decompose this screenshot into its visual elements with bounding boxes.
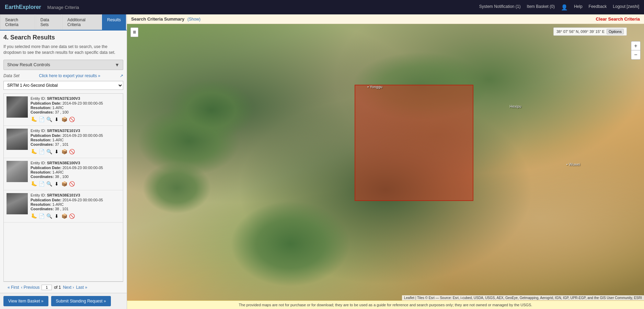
result-actions: 🦶📄🔍⬇📦🚫 — [31, 180, 120, 187]
map-zoom-controls: + − — [631, 41, 641, 60]
dataset-select[interactable]: SRTM 1 Arc-Second Global — [3, 81, 123, 90]
nav-links: System Notification (1) Item Basket (0) … — [479, 4, 639, 11]
exclude-icon[interactable]: 🚫 — [68, 180, 75, 187]
download-icon[interactable]: ⬇ — [53, 148, 60, 155]
order-icon[interactable]: 📦 — [61, 213, 68, 219]
pub-date-field: Publication Date: 2014-09-23 00:00:00-05 — [31, 198, 120, 202]
order-icon[interactable]: 📦 — [61, 180, 68, 187]
tab-additional-criteria[interactable]: Additional Criteria — [62, 14, 101, 30]
compare-icon[interactable]: 🔍 — [46, 116, 53, 123]
entity-id-field: Entity ID: SRTM1N37E101V3 — [31, 129, 120, 133]
coordinates-field: Coordinates: 38 , 101 — [31, 207, 120, 211]
metadata-icon[interactable]: 📄 — [38, 148, 45, 155]
dataset-row: Data Set Click here to export your resul… — [3, 73, 123, 78]
app-brand: EarthExplorer — [5, 4, 41, 10]
tab-search-criteria[interactable]: Search Criteria — [0, 14, 35, 30]
system-notification-link[interactable]: System Notification (1) — [479, 4, 521, 11]
tab-data-sets[interactable]: Data Sets — [35, 14, 62, 30]
result-info: Entity ID: SRTM1N38E100V3 Publication Da… — [31, 161, 120, 187]
bottom-buttons: View Item Basket » Submit Standing Reque… — [0, 293, 127, 309]
pagination-previous[interactable]: ‹ Previous — [21, 285, 39, 290]
footprint-icon[interactable]: 🦶 — [31, 180, 37, 187]
manage-criteria-link[interactable]: Manage Criteria — [47, 5, 79, 10]
result-thumbnail — [7, 161, 28, 182]
logout-link[interactable]: Logout [zwshi] — [613, 4, 639, 11]
layers-icon: ≡ — [133, 29, 136, 35]
criteria-bar: Search Criteria Summary (Show) Clear Sea… — [127, 14, 644, 24]
compare-icon[interactable]: 🔍 — [46, 180, 53, 187]
metadata-icon[interactable]: 📄 — [38, 180, 45, 187]
top-navigation: EarthExplorer Manage Criteria System Not… — [0, 0, 644, 14]
export-results-link[interactable]: Click here to export your results » — [39, 73, 100, 78]
feedback-link[interactable]: Feedback — [589, 4, 607, 11]
pagination-of-label: of 1 — [54, 285, 61, 290]
exclude-icon[interactable]: 🚫 — [68, 148, 75, 155]
map-terrain-green-4 — [230, 201, 350, 287]
coordinates-display: 38° 07' 56" N, 099° 39' 15" E Options — [553, 27, 627, 36]
criteria-show-link[interactable]: (Show) — [187, 17, 200, 22]
download-icon[interactable]: ⬇ — [53, 116, 60, 123]
tabs-bar: Search Criteria Data Sets Additional Cri… — [0, 14, 127, 31]
panel-heading: 4. Search Results — [3, 34, 123, 41]
zoom-in-button[interactable]: + — [631, 41, 640, 50]
layers-button[interactable]: ≡ — [130, 27, 138, 37]
map-container[interactable]: • Yonggu Hexipu • Wuwei ≡ 38° 07' 56" N,… — [127, 24, 644, 300]
download-icon[interactable]: ⬇ — [53, 180, 60, 187]
order-icon[interactable]: 📦 — [61, 148, 68, 155]
resolution-field: Resolution: 1-ARC — [31, 138, 120, 142]
pagination-first[interactable]: « First — [8, 285, 19, 290]
result-controls-label: Show Result Controls — [7, 62, 50, 67]
metadata-icon[interactable]: 📄 — [38, 116, 45, 123]
criteria-bar-left: Search Criteria Summary (Show) — [131, 16, 200, 22]
item-basket-link[interactable]: Item Basket (0) — [527, 4, 555, 11]
user-icon: 👤 — [561, 4, 568, 11]
map-attribution: Leaflet | Tiles © Esri — Source: Esri, i… — [402, 295, 644, 300]
download-icon[interactable]: ⬇ — [53, 213, 60, 219]
map-terrain-green-3 — [142, 162, 211, 214]
result-thumbnail — [7, 193, 28, 214]
panel-description: If you selected more than one data set t… — [3, 44, 123, 56]
result-item: Entity ID: SRTM1N37E101V3 Publication Da… — [4, 126, 123, 158]
result-item: Entity ID: SRTM1N38E101V3 Publication Da… — [4, 190, 123, 223]
entity-id-field: Entity ID: SRTM1N37E100V3 — [31, 96, 120, 100]
footprint-icon[interactable]: 🦶 — [31, 116, 37, 123]
footprint-icon[interactable]: 🦶 — [31, 213, 37, 219]
result-info: Entity ID: SRTM1N37E101V3 Publication Da… — [31, 129, 120, 155]
right-panel: Search Criteria Summary (Show) Clear Sea… — [127, 14, 644, 309]
zoom-out-button[interactable]: − — [631, 50, 640, 59]
standing-request-button[interactable]: Submit Standing Request » — [51, 296, 111, 306]
help-link[interactable]: Help — [574, 4, 583, 11]
coordinates-field: Coordinates: 38 , 100 — [31, 175, 120, 179]
resolution-field: Resolution: 1-ARC — [31, 170, 120, 174]
pagination-next[interactable]: Next › — [63, 285, 74, 290]
criteria-summary-title: Search Criteria Summary — [131, 16, 184, 22]
results-inner: Entity ID: SRTM1N37E100V3 Publication Da… — [4, 94, 123, 281]
options-button[interactable]: Options — [607, 29, 624, 34]
pub-date-field: Publication Date: 2014-09-23 00:00:00-05 — [31, 133, 120, 138]
result-actions: 🦶📄🔍⬇📦🚫 — [31, 116, 120, 123]
order-icon[interactable]: 📦 — [61, 116, 68, 123]
panel-content: 4. Search Results If you selected more t… — [0, 31, 127, 293]
compare-icon[interactable]: 🔍 — [46, 213, 53, 219]
entity-id-field: Entity ID: SRTM1N38E101V3 — [31, 193, 120, 197]
coordinates-text: 38° 07' 56" N, 099° 39' 15" E — [556, 29, 605, 34]
result-controls-arrow-icon: ▼ — [115, 62, 119, 68]
result-controls-toggle[interactable]: Show Result Controls ▼ — [3, 60, 123, 70]
result-item: Entity ID: SRTM1N38E100V3 Publication Da… — [4, 158, 123, 190]
result-actions: 🦶📄🔍⬇📦🚫 — [31, 213, 120, 219]
tab-results[interactable]: Results — [102, 14, 126, 30]
pagination-last[interactable]: Last » — [76, 285, 87, 290]
dataset-label: Data Set — [3, 73, 20, 78]
exclude-icon[interactable]: 🚫 — [68, 213, 75, 219]
view-basket-button[interactable]: View Item Basket » — [3, 296, 48, 306]
compare-icon[interactable]: 🔍 — [46, 148, 53, 155]
clear-criteria-link[interactable]: Clear Search Criteria — [596, 16, 640, 22]
exclude-icon[interactable]: 🚫 — [68, 116, 75, 123]
main-layout: Search Criteria Data Sets Additional Cri… — [0, 14, 644, 309]
result-actions: 🦶📄🔍⬇📦🚫 — [31, 148, 120, 155]
result-info: Entity ID: SRTM1N37E100V3 Publication Da… — [31, 96, 120, 123]
footprint-icon[interactable]: 🦶 — [31, 148, 37, 155]
pagination-page-input[interactable] — [42, 285, 52, 290]
results-wrapper: Entity ID: SRTM1N37E100V3 Publication Da… — [3, 93, 123, 282]
metadata-icon[interactable]: 📄 — [38, 213, 45, 219]
